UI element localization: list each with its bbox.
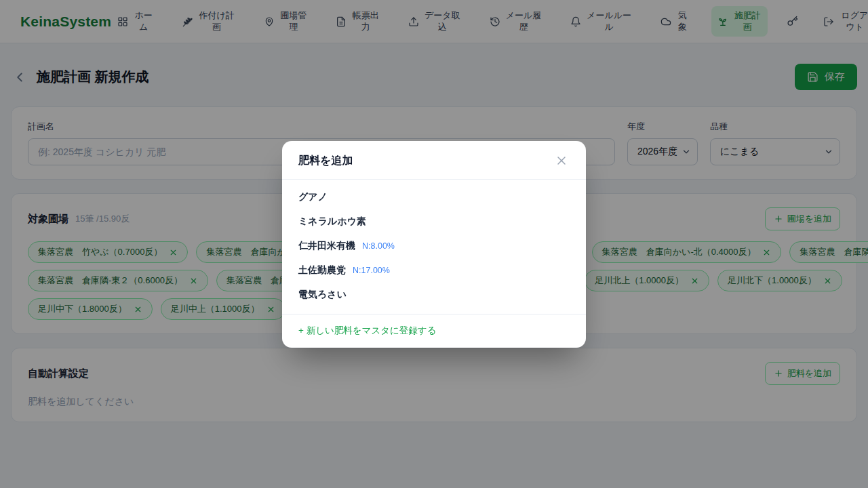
modal-title: 肥料を追加 (298, 154, 353, 168)
modal-header: 肥料を追加 (282, 141, 586, 180)
register-new-fertilizer-link[interactable]: + 新しい肥料をマスタに登録する (298, 325, 436, 337)
fertilizer-name: 仁井田米有機 (298, 240, 355, 252)
fertilizer-list-item[interactable]: 電気ろさい (282, 283, 586, 307)
fertilizer-list-item[interactable]: グアノ (282, 185, 586, 209)
fertilizer-name: ミネラルホウ素 (298, 216, 366, 228)
close-icon (555, 154, 568, 167)
modal-footer: + 新しい肥料をマスタに登録する (282, 314, 586, 348)
modal-close-button[interactable] (553, 152, 570, 169)
fertilizer-list-item[interactable]: 土佐勤農党 N:17.00% (282, 258, 586, 283)
fertilizer-list: グアノ ミネラルホウ素 仁井田米有機 N:8.00% 土佐勤農党 N:17.00… (282, 180, 586, 314)
fertilizer-name: 土佐勤農党 (298, 264, 346, 277)
fertilizer-name: グアノ (298, 191, 328, 203)
fertilizer-n-percentage: N:17.00% (353, 266, 390, 275)
fertilizer-name: 電気ろさい (298, 289, 347, 301)
fertilizer-list-item[interactable]: 仁井田米有機 N:8.00% (282, 234, 586, 258)
add-fertilizer-modal: 肥料を追加 グアノ ミネラルホウ素 仁井田米有機 N:8.00% 土佐勤農党 N… (282, 141, 586, 348)
fertilizer-n-percentage: N:8.00% (362, 241, 395, 251)
fertilizer-list-item[interactable]: ミネラルホウ素 (282, 209, 586, 234)
